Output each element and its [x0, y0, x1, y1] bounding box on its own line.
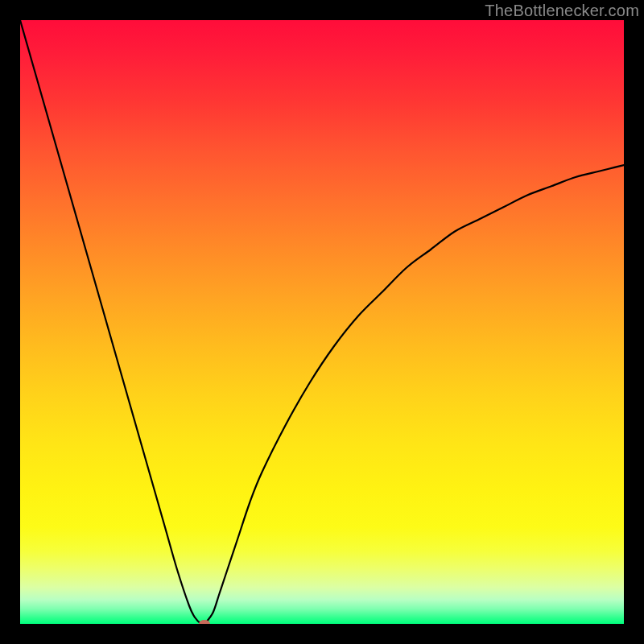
- watermark-label: TheBottlenecker.com: [485, 2, 639, 20]
- chart-frame: TheBottlenecker.com: [0, 0, 644, 644]
- bottleneck-curve: [20, 20, 624, 624]
- plot-area: [20, 20, 624, 624]
- optimum-marker: [199, 620, 210, 624]
